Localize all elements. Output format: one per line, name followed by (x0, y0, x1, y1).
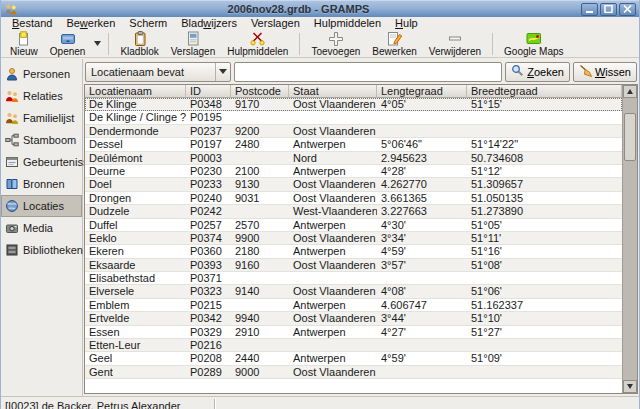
cell-staat: West-Vlaanderen (289, 205, 377, 217)
tools-icon (249, 31, 266, 46)
nieuw-toolbar-button[interactable]: Nieuw (4, 31, 44, 57)
sidebar-item-relaties[interactable]: Relaties (1, 85, 82, 107)
menu-hulp[interactable]: Hulp (388, 17, 425, 30)
open-drawer-icon (59, 31, 77, 46)
minimize-icon (585, 5, 594, 13)
cell-lengtegraad (377, 366, 467, 378)
cell-locatienaam: De Klinge / Clinge ? (85, 111, 186, 123)
menu-bladwijzers[interactable]: Bladwijzers (174, 17, 244, 30)
scrollbar-trough[interactable] (623, 98, 637, 380)
menu-hulpmiddelen[interactable]: Hulpmiddelen (307, 17, 388, 30)
table-row[interactable]: EssenP03292910Antwerpen4°27'51°27' (85, 326, 622, 339)
sidebar-item-stamboom[interactable]: Stamboom (1, 129, 82, 151)
toolbar-button-label: Hulpmiddelen (227, 47, 288, 57)
table-row[interactable]: DrongenP02409031Oost Vlaanderen3.6613655… (85, 192, 622, 205)
column-header-id[interactable]: ID (186, 85, 231, 98)
table-row[interactable]: DeûlémontP0003Nord2.94562350.734608 (85, 152, 622, 165)
cell-postcode: 9940 (231, 312, 289, 324)
table-row[interactable]: ElverseleP03239140Oost Vlaanderen4°08'51… (85, 285, 622, 298)
sidebar-item-familielijst[interactable]: Familielijst (1, 107, 82, 129)
hulpmiddelen-toolbar-button[interactable]: Hulpmiddelen (221, 31, 294, 57)
cell-id: P0240 (186, 192, 231, 204)
table-row[interactable]: ElisabethstadP0371 (85, 272, 622, 285)
cell-id: P0208 (186, 352, 231, 364)
table-row[interactable]: EksaardeP03939160Oost Vlaanderen3°57'51°… (85, 259, 622, 272)
maximize-button[interactable] (600, 3, 617, 16)
column-header-staat[interactable]: Staat (289, 85, 377, 98)
search-input[interactable] (234, 62, 502, 82)
cell-id: P0242 (186, 205, 231, 217)
cell-staat: Antwerpen (289, 352, 377, 364)
column-header-breedtegraad[interactable]: Breedtegraad (467, 85, 622, 98)
table-row[interactable]: EmblemP0215Antwerpen4.60674751.162337 (85, 299, 622, 312)
table-row[interactable]: GeelP02082440Antwerpen4°59'51°09' (85, 352, 622, 365)
add-icon (328, 31, 344, 46)
menu-verslagen[interactable]: Verslagen (244, 17, 307, 30)
sidebar-item-personen[interactable]: Personen (1, 63, 82, 85)
person-icon (5, 67, 19, 81)
table-row[interactable]: EkerenP03602180Antwerpen4°59'51°16' (85, 245, 622, 258)
table-row[interactable]: DendermondeP02379200Oost Vlaanderen (85, 125, 622, 138)
table-row[interactable]: GentP02899000Oost Vlaanderen (85, 366, 622, 379)
table-row[interactable]: De KlingeP03489170Oost Vlaanderen4°05'51… (85, 98, 622, 111)
scrollbar-thumb[interactable] (624, 113, 636, 161)
cell-postcode: 2100 (231, 165, 289, 177)
table-row[interactable]: DesselP01972480Antwerpen5°06'46"51°14'22… (85, 138, 622, 151)
menu-scherm[interactable]: Scherm (122, 17, 174, 30)
pedigree-icon (5, 133, 19, 147)
menu-bewerken[interactable]: Bewerken (59, 17, 122, 30)
sidebar-item-gebeurtenissen[interactable]: Gebeurtenissen (1, 151, 82, 173)
cell-locatienaam: Ertvelde (85, 312, 186, 324)
filter-field-select[interactable]: Locatienaam bevat (85, 62, 231, 82)
cell-locatienaam: Geel (85, 352, 186, 364)
table-row[interactable]: De Klinge / Clinge ?P0195 (85, 111, 622, 124)
verslagen-toolbar-button[interactable]: Verslagen (165, 31, 221, 57)
menu-bestand[interactable]: Bestand (5, 17, 59, 30)
statusbar-divider (214, 399, 215, 409)
sidebar-item-media[interactable]: Media (1, 217, 82, 239)
toevoegen-toolbar-button[interactable]: Toevoegen (305, 31, 366, 57)
sidebar-item-locaties[interactable]: Locaties (1, 195, 82, 217)
cell-breedtegraad: 51°10' (467, 312, 622, 324)
close-button[interactable] (619, 3, 636, 16)
scroll-up-button[interactable] (623, 85, 637, 98)
column-header-lengtegraad[interactable]: Lengtegraad (377, 85, 467, 98)
column-header-postcode[interactable]: Postcode (231, 85, 289, 98)
cell-staat: Oost Vlaanderen (289, 192, 377, 204)
sidebar-item-bronnen[interactable]: Bronnen (1, 173, 82, 195)
cell-breedtegraad: 50.734608 (467, 152, 622, 164)
cell-lengtegraad (377, 111, 467, 123)
bewerken-toolbar-button[interactable]: Bewerken (366, 31, 422, 57)
cell-id: P0216 (186, 339, 231, 351)
table-row[interactable]: DeurneP02302100Antwerpen4°28'51°12' (85, 165, 622, 178)
kladblok-toolbar-button[interactable]: Kladblok (114, 31, 164, 57)
table-row[interactable]: EekloP03749900Oost Vlaanderen3°34'51°11' (85, 232, 622, 245)
vertical-scrollbar[interactable] (622, 85, 637, 393)
scroll-down-button[interactable] (623, 380, 637, 393)
table-row[interactable]: Etten-LeurP0216 (85, 339, 622, 352)
openen-toolbar-button[interactable]: Openen (44, 31, 92, 57)
clear-button-label: Wissen (595, 66, 631, 78)
google-maps-toolbar-button[interactable]: Google Maps (498, 31, 569, 57)
column-header-locatienaam[interactable]: Locatienaam (85, 85, 186, 98)
google-maps-icon (525, 31, 543, 46)
clear-button[interactable]: Wissen (573, 62, 637, 82)
minimize-button[interactable] (581, 3, 598, 16)
sidebar-item-bibliotheken[interactable]: Bibliotheken (1, 239, 82, 261)
chevron-down-icon[interactable] (215, 63, 230, 81)
search-button[interactable]: Zoeken (505, 62, 570, 82)
cell-breedtegraad: 51°05' (467, 219, 622, 231)
table-row[interactable]: DudzeleP0242West-Vlaanderen3.22766351.27… (85, 205, 622, 218)
cell-breedtegraad: 51°27' (467, 326, 622, 338)
verwijderen-toolbar-button[interactable]: Verwijderen (423, 31, 487, 57)
table-row[interactable]: DoelP02339130Oost Vlaanderen4.26277051.3… (85, 178, 622, 191)
cell-locatienaam: Doel (85, 178, 186, 190)
cell-id: P0374 (186, 232, 231, 244)
cell-lengtegraad: 4°05' (377, 98, 467, 110)
table-row[interactable]: DuffelP02572570Antwerpen4°30'51°05' (85, 219, 622, 232)
gramps-app-icon[interactable] (4, 2, 18, 16)
open-dropdown-button[interactable] (91, 31, 103, 57)
cell-staat: Antwerpen (289, 165, 377, 177)
sidebar: PersonenRelatiesFamilielijstStamboomGebe… (1, 59, 83, 396)
table-row[interactable]: ErtveldeP03429940Oost Vlaanderen3°44'51°… (85, 312, 622, 325)
